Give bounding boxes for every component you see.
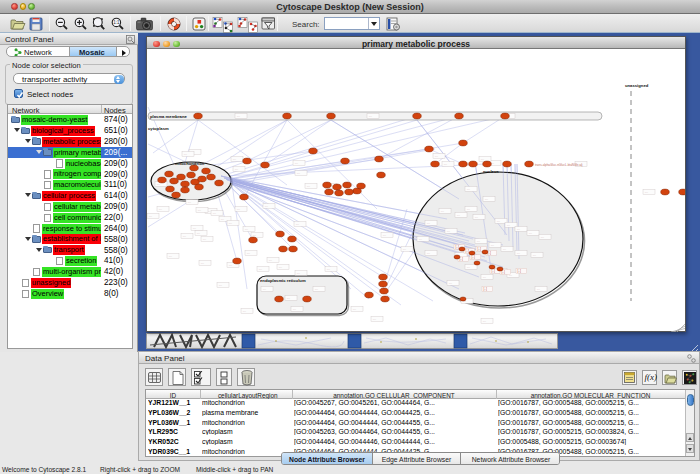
svg-text:1:1: 1:1 bbox=[113, 20, 120, 25]
